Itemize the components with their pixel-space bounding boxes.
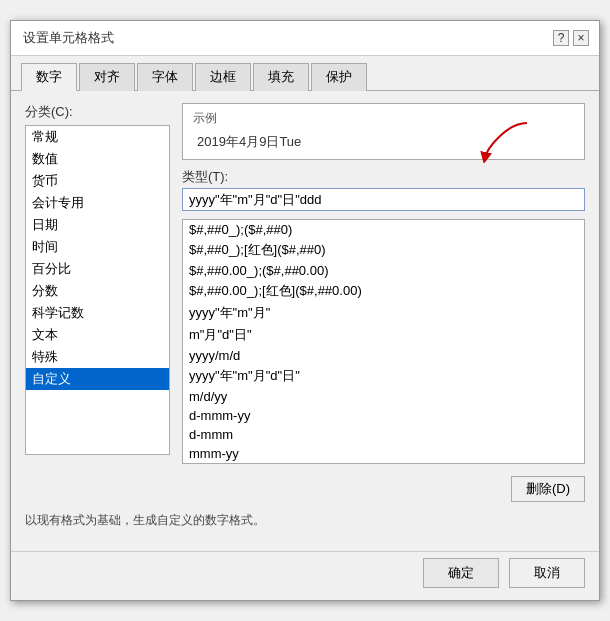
format-item[interactable]: $#,##0_);[红色]($#,##0) — [183, 239, 584, 261]
list-item[interactable]: 时间 — [26, 236, 169, 258]
format-item[interactable]: m"月"d"日" — [183, 324, 584, 346]
type-section: 类型(T): — [182, 168, 585, 211]
right-panel: 示例 2019年4月9日Tue 类型(T): — [182, 103, 585, 502]
list-item[interactable]: 特殊 — [26, 346, 169, 368]
left-panel: 分类(C): 常规 数值 货币 会计专用 日期 时间 百分比 分数 科学记数 文… — [25, 103, 170, 502]
list-item[interactable]: 百分比 — [26, 258, 169, 280]
tab-align[interactable]: 对齐 — [79, 63, 135, 91]
delete-button[interactable]: 删除(D) — [511, 476, 585, 502]
category-list[interactable]: 常规 数值 货币 会计专用 日期 时间 百分比 分数 科学记数 文本 特殊 自定… — [25, 125, 170, 455]
help-button[interactable]: ? — [553, 30, 569, 46]
list-item-custom[interactable]: 自定义 — [26, 368, 169, 390]
dialog: 设置单元格格式 ? × 数字 对齐 字体 边框 填充 保护 分类(C): 常规 … — [10, 20, 600, 601]
title-bar: 设置单元格格式 ? × — [11, 21, 599, 56]
format-list[interactable]: $#,##0_);($#,##0) $#,##0_);[红色]($#,##0) … — [182, 219, 585, 464]
example-value: 2019年4月9日Tue — [193, 131, 574, 153]
category-label: 分类(C): — [25, 103, 170, 121]
footer-note: 以现有格式为基础，生成自定义的数字格式。 — [25, 512, 585, 529]
format-item[interactable]: yyyy/m/d — [183, 346, 584, 365]
format-item[interactable]: yyyy"年"m"月" — [183, 302, 584, 324]
tab-number[interactable]: 数字 — [21, 63, 77, 91]
list-item[interactable]: 日期 — [26, 214, 169, 236]
tab-fill[interactable]: 填充 — [253, 63, 309, 91]
format-item[interactable]: $#,##0_);($#,##0) — [183, 220, 584, 239]
example-label: 示例 — [193, 110, 574, 127]
list-item[interactable]: 常规 — [26, 126, 169, 148]
list-item[interactable]: 科学记数 — [26, 302, 169, 324]
type-input[interactable] — [182, 188, 585, 211]
cancel-button[interactable]: 取消 — [509, 558, 585, 588]
tabs-bar: 数字 对齐 字体 边框 填充 保护 — [11, 56, 599, 91]
format-item[interactable]: d-mmm — [183, 425, 584, 444]
tab-font[interactable]: 字体 — [137, 63, 193, 91]
format-item[interactable]: yyyy"年"m"月"d"日" — [183, 365, 584, 387]
dialog-title: 设置单元格格式 — [23, 29, 114, 47]
format-item[interactable]: $#,##0.00_);($#,##0.00) — [183, 261, 584, 280]
close-button[interactable]: × — [573, 30, 589, 46]
dialog-body: 分类(C): 常规 数值 货币 会计专用 日期 时间 百分比 分数 科学记数 文… — [11, 91, 599, 551]
format-item[interactable]: mmm-yy — [183, 444, 584, 463]
tab-protect[interactable]: 保护 — [311, 63, 367, 91]
example-box: 示例 2019年4月9日Tue — [182, 103, 585, 160]
list-item[interactable]: 会计专用 — [26, 192, 169, 214]
format-item[interactable]: $#,##0.00_);[红色]($#,##0.00) — [183, 280, 584, 302]
format-item[interactable]: d-mmm-yy — [183, 406, 584, 425]
list-item[interactable]: 分数 — [26, 280, 169, 302]
main-content: 分类(C): 常规 数值 货币 会计专用 日期 时间 百分比 分数 科学记数 文… — [25, 103, 585, 502]
list-item[interactable]: 数值 — [26, 148, 169, 170]
type-label: 类型(T): — [182, 168, 585, 186]
tab-border[interactable]: 边框 — [195, 63, 251, 91]
delete-row: 删除(D) — [182, 476, 585, 502]
dialog-footer: 确定 取消 — [11, 551, 599, 600]
format-item[interactable]: m/d/yy — [183, 387, 584, 406]
ok-button[interactable]: 确定 — [423, 558, 499, 588]
list-item[interactable]: 货币 — [26, 170, 169, 192]
list-item[interactable]: 文本 — [26, 324, 169, 346]
title-buttons: ? × — [553, 30, 589, 46]
